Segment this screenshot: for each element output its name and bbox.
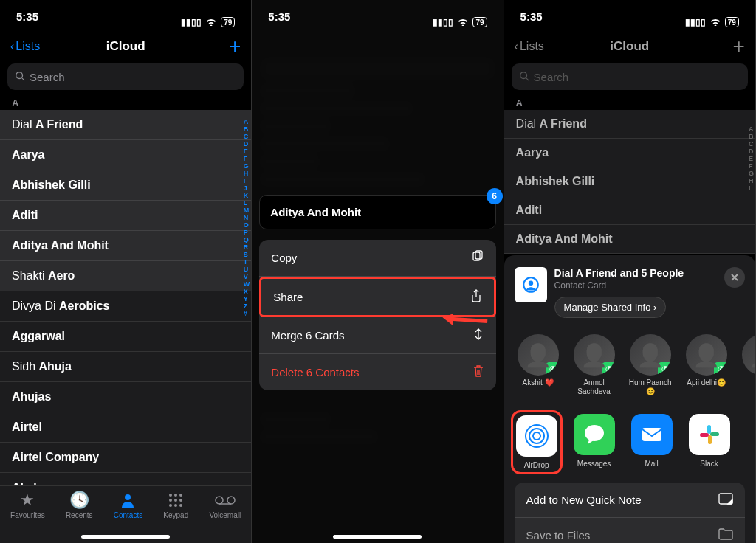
folder-icon: [718, 528, 733, 542]
share-app-airdrop[interactable]: AirDrop: [515, 414, 559, 471]
menu-copy[interactable]: Copy: [259, 240, 495, 277]
contact-row[interactable]: Ahujas: [0, 382, 251, 412]
tab-voicemail[interactable]: Voicemail: [209, 491, 241, 543]
svg-rect-28: [708, 435, 712, 444]
status-bar: 5:35 ▮▮▯▯ 79: [0, 0, 251, 34]
svg-point-10: [174, 504, 177, 507]
contact-row: Abhishek Gilli: [504, 167, 755, 196]
person-icon: [119, 491, 137, 510]
navbar: ‹ Lists iCloud +: [0, 34, 251, 59]
sheet-title: Dial A Friend and 5 People: [554, 267, 717, 279]
search-input: Search: [512, 63, 748, 90]
tab-favourites[interactable]: ★Favourites: [10, 491, 45, 543]
phone-3: 5:35 ▮▮▯▯ 79 ‹ Lists iCloud + Search A D…: [504, 0, 756, 543]
contact-row[interactable]: Aditi: [0, 201, 251, 231]
wifi-icon: [709, 17, 721, 28]
share-contact[interactable]: ✆Apii delhi😊: [683, 334, 730, 396]
back-button[interactable]: ‹ Lists: [10, 40, 40, 53]
chevron-left-icon: ‹: [10, 40, 14, 53]
selected-label: Aditya And Mohit: [270, 206, 361, 218]
svg-point-8: [179, 499, 182, 502]
contact-row[interactable]: Sidh Ahuja: [0, 352, 251, 382]
manage-shared-info[interactable]: Manage Shared Info ›: [554, 297, 667, 318]
contact-row: Aditi: [504, 196, 755, 225]
svg-rect-26: [707, 425, 711, 434]
contact-row[interactable]: Divya Di Aerobics: [0, 291, 251, 322]
selection-badge: 6: [487, 188, 503, 204]
home-indicator[interactable]: [81, 535, 170, 539]
svg-point-5: [179, 494, 182, 497]
index-strip: ABCDEFGHI: [749, 125, 754, 192]
voicemail-icon: [215, 491, 236, 510]
sheet-actions: Add to New Quick Note Save to Files: [515, 483, 745, 543]
search-input[interactable]: Search: [7, 63, 244, 90]
share-contact[interactable]: ✆M: [739, 334, 755, 396]
contact-row[interactable]: Aarya: [0, 140, 251, 170]
svg-rect-29: [700, 433, 709, 437]
star-icon: ★: [20, 491, 35, 510]
section-header: A: [0, 94, 251, 110]
share-apps-row: AirDropMessagesMailSlack: [504, 404, 755, 475]
contact-row[interactable]: Shakti Aero: [0, 261, 251, 291]
contact-row[interactable]: Aditya And Mohit: [0, 231, 251, 261]
clock-icon: 🕓: [69, 491, 89, 510]
contact-row[interactable]: Aggarwal: [0, 322, 251, 352]
svg-point-17: [520, 72, 526, 78]
contact-row[interactable]: Abhishek Gilli: [0, 170, 251, 201]
search-placeholder: Search: [30, 71, 65, 83]
svg-point-4: [174, 494, 177, 497]
svg-point-22: [529, 429, 544, 443]
battery-icon: 79: [472, 17, 487, 27]
share-app-mail[interactable]: Mail: [630, 414, 674, 471]
home-indicator[interactable]: [333, 535, 422, 539]
contact-row: Aarya: [504, 139, 755, 167]
svg-point-24: [585, 425, 604, 441]
contact-row[interactable]: Airtel Company: [0, 443, 251, 473]
phone-2: 5:35 ▮▮▯▯ 79 Aditya And Mohit 6 Copy: [252, 0, 504, 543]
svg-point-20: [528, 281, 533, 286]
svg-point-6: [169, 499, 172, 502]
close-button[interactable]: [724, 267, 745, 288]
svg-rect-25: [642, 428, 662, 441]
share-contact[interactable]: ✆Anmol Sachdeva: [571, 334, 618, 396]
add-button[interactable]: +: [229, 39, 241, 54]
copy-icon: [471, 250, 484, 266]
share-app-messages[interactable]: Messages: [572, 414, 616, 471]
navbar-dim: ‹ Lists iCloud +: [504, 34, 755, 59]
whatsapp-badge: ✆: [602, 362, 615, 376]
selected-contact: Aditya And Mohit 6: [259, 195, 495, 229]
share-app-slack[interactable]: Slack: [687, 414, 732, 471]
contact-row[interactable]: Airtel: [0, 412, 251, 443]
contact-row[interactable]: Dial A Friend: [0, 110, 251, 140]
svg-point-2: [125, 494, 131, 500]
contact-group-dim: Dial A FriendAaryaAbhishek GilliAditiAdi…: [504, 110, 755, 254]
status-bar: 5:35 ▮▮▯▯ 79: [252, 0, 503, 34]
back-button: ‹ Lists: [515, 40, 544, 53]
action-quick-note[interactable]: Add to New Quick Note: [515, 483, 745, 518]
trash-icon: [472, 364, 484, 380]
action-save-files[interactable]: Save to Files: [515, 518, 745, 543]
index-strip[interactable]: ABCDEFGHIJKLMNOPQRSTUVWXYZ#: [244, 118, 250, 317]
svg-line-1: [22, 77, 25, 80]
whatsapp-badge: ✆: [658, 362, 671, 376]
status-bar: 5:35 ▮▮▯▯ 79: [504, 0, 755, 34]
signal-icon: ▮▮▯▯: [181, 17, 202, 27]
keypad-icon: [168, 491, 184, 510]
sheet-subtitle: Contact Card: [554, 280, 717, 291]
wifi-icon: [457, 17, 469, 28]
battery-icon: 79: [221, 17, 235, 27]
menu-delete[interactable]: Delete 6 Contacts: [259, 354, 495, 390]
wifi-icon: [205, 17, 217, 28]
contact-card-icon: [515, 267, 547, 302]
add-button: +: [733, 39, 745, 54]
svg-point-7: [174, 499, 177, 502]
svg-point-0: [16, 72, 23, 78]
svg-rect-27: [710, 432, 719, 436]
signal-icon: ▮▮▯▯: [685, 17, 706, 27]
share-contact[interactable]: ✆Akshit ❤️: [515, 334, 562, 396]
svg-point-11: [179, 504, 182, 507]
battery-icon: 79: [725, 17, 739, 27]
svg-line-18: [526, 77, 529, 80]
share-contact[interactable]: ✆Hum Paanch😊: [627, 334, 674, 396]
contact-row: Aditya And Mohit: [504, 225, 755, 254]
